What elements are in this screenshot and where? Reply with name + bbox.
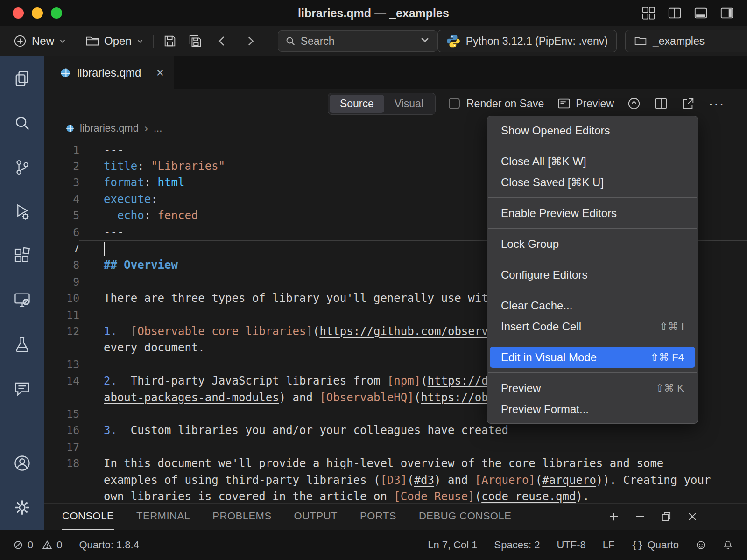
split-editor-icon[interactable] bbox=[654, 97, 668, 111]
menu-item[interactable]: Configure Editors bbox=[490, 264, 695, 285]
menu-separator bbox=[488, 197, 697, 198]
chat-icon bbox=[14, 380, 31, 398]
app-window: libraries.qmd — _examples New Open bbox=[0, 0, 747, 560]
workspace-label: _examples bbox=[653, 35, 705, 48]
line-number: 13 bbox=[44, 358, 79, 371]
restore-icon[interactable] bbox=[660, 511, 672, 523]
status-eol[interactable]: LF bbox=[603, 539, 615, 551]
new-button[interactable]: New bbox=[13, 34, 66, 48]
status-language-mode[interactable]: {} Quarto bbox=[631, 539, 679, 551]
activitybar-item-accounts[interactable] bbox=[0, 441, 44, 485]
add-icon[interactable] bbox=[608, 511, 620, 523]
activitybar-item-chat[interactable] bbox=[0, 367, 44, 411]
render-on-save-label: Render on Save bbox=[466, 98, 544, 110]
editor-actions-menu: Show Opened EditorsClose All [⌘K W]Close… bbox=[487, 116, 698, 424]
code-line[interactable]: own libraries is covered in the article … bbox=[44, 488, 747, 503]
zoom-window-button[interactable] bbox=[51, 7, 62, 19]
source-control-icon bbox=[14, 159, 31, 176]
status-bar: 0 0 Quarto: 1.8.4 Ln 7, Col 1 Spaces: 2 … bbox=[0, 530, 747, 560]
settings-gear-icon bbox=[14, 499, 31, 516]
menu-item[interactable]: Close All [⌘K W] bbox=[490, 151, 695, 172]
split-columns-icon[interactable] bbox=[668, 6, 682, 20]
status-encoding[interactable]: UTF-8 bbox=[557, 539, 585, 551]
tab-close-icon[interactable]: × bbox=[156, 66, 164, 79]
line-number: 10 bbox=[44, 292, 79, 304]
visual-mode-button[interactable]: Visual bbox=[384, 95, 434, 113]
notifications-bell-icon[interactable] bbox=[723, 540, 733, 550]
code-line[interactable]: examples of using third-party libraries … bbox=[44, 472, 747, 488]
panel-bottom-icon[interactable] bbox=[694, 6, 708, 20]
status-indent[interactable]: Spaces: 2 bbox=[494, 539, 540, 551]
save-button[interactable] bbox=[163, 34, 177, 48]
panel-tab-debug-console[interactable]: DEBUG CONSOLE bbox=[419, 504, 511, 530]
menu-item[interactable]: Preview Format... bbox=[490, 399, 695, 420]
menu-item[interactable]: Edit in Visual Mode⇧⌘ F4 bbox=[490, 347, 695, 368]
status-quarto-version[interactable]: Quarto: 1.8.4 bbox=[79, 539, 139, 551]
status-line-col[interactable]: Ln 7, Col 1 bbox=[428, 539, 477, 551]
activitybar-item-search[interactable] bbox=[0, 101, 44, 145]
breadcrumb-more[interactable]: ... bbox=[154, 122, 162, 134]
back-icon[interactable] bbox=[216, 35, 228, 47]
activitybar-item-explorer[interactable] bbox=[0, 56, 44, 101]
error-count: 0 bbox=[28, 539, 33, 551]
editor-tab-bar: libraries.qmd × bbox=[44, 56, 747, 89]
minimize-icon[interactable] bbox=[634, 511, 646, 523]
line-number: 3 bbox=[44, 176, 79, 189]
line-number: 17 bbox=[44, 441, 79, 453]
line-number: 4 bbox=[44, 193, 79, 205]
close-icon[interactable] bbox=[686, 511, 698, 523]
feedback-smiley-icon[interactable] bbox=[696, 540, 706, 550]
menu-item[interactable]: Show Opened Editors bbox=[490, 120, 695, 141]
menu-item[interactable]: Enable Preview Editors bbox=[490, 203, 695, 224]
preview-button-label: Preview bbox=[576, 98, 614, 110]
render-on-save-checkbox[interactable] bbox=[449, 98, 460, 109]
code-line[interactable]: 17 bbox=[44, 439, 747, 455]
activitybar-item-source-control[interactable] bbox=[0, 145, 44, 189]
menu-item[interactable]: Insert Code Cell⇧⌘ I bbox=[490, 316, 695, 337]
activitybar-item-settings[interactable] bbox=[0, 485, 44, 530]
breadcrumb-file[interactable]: libraries.qmd bbox=[80, 122, 139, 134]
panel-tab-problems[interactable]: PROBLEMS bbox=[212, 504, 271, 530]
explorer-icon bbox=[14, 70, 31, 87]
close-window-button[interactable] bbox=[13, 7, 24, 19]
new-button-label: New bbox=[32, 35, 54, 48]
activitybar-item-sessions[interactable] bbox=[0, 278, 44, 322]
publish-icon[interactable] bbox=[627, 97, 641, 111]
code-line[interactable]: 163. Custom libraries you and/or your co… bbox=[44, 422, 747, 439]
activitybar-item-extensions[interactable] bbox=[0, 234, 44, 278]
activitybar-item-run-debug[interactable] bbox=[0, 189, 44, 234]
search-icon bbox=[14, 114, 31, 132]
line-number: 14 bbox=[44, 375, 79, 387]
workspace-selector[interactable]: _examples bbox=[625, 30, 747, 52]
save-all-icon bbox=[188, 34, 202, 48]
problems-status[interactable]: 0 0 bbox=[13, 539, 63, 551]
customize-layout-icon[interactable] bbox=[641, 6, 655, 20]
account-icon bbox=[14, 455, 31, 472]
panel-tab-output[interactable]: OUTPUT bbox=[294, 504, 338, 530]
menu-item[interactable]: Clear Cache... bbox=[490, 295, 695, 316]
source-mode-button[interactable]: Source bbox=[330, 95, 384, 113]
menu-separator bbox=[488, 342, 697, 342]
panel-tab-terminal[interactable]: TERMINAL bbox=[136, 504, 190, 530]
search-input[interactable]: Search bbox=[278, 30, 437, 52]
forward-icon[interactable] bbox=[244, 35, 256, 47]
open-in-new-window-icon[interactable] bbox=[681, 97, 695, 111]
panel-tab-console[interactable]: CONSOLE bbox=[62, 504, 114, 530]
menu-item[interactable]: Close Saved [⌘K U] bbox=[490, 172, 695, 193]
panel-tab-ports[interactable]: PORTS bbox=[360, 504, 396, 530]
braces-icon: {} bbox=[631, 539, 643, 551]
tab-libraries-qmd[interactable]: libraries.qmd × bbox=[44, 56, 174, 89]
menu-item[interactable]: Lock Group bbox=[490, 233, 695, 254]
activitybar-item-testing[interactable] bbox=[0, 322, 44, 367]
save-all-button[interactable] bbox=[188, 34, 202, 48]
code-line[interactable]: 18In this document we'll provide a high-… bbox=[44, 455, 747, 471]
panel-tabs: CONSOLETERMINALPROBLEMSOUTPUTPORTSDEBUG … bbox=[62, 504, 511, 530]
minimize-window-button[interactable] bbox=[32, 7, 43, 19]
panel-right-icon[interactable] bbox=[720, 6, 734, 20]
open-button[interactable]: Open bbox=[85, 34, 144, 48]
save-icon bbox=[163, 34, 177, 48]
main-toolbar: New Open Search bbox=[0, 26, 747, 56]
preview-button[interactable]: Preview bbox=[557, 97, 614, 111]
interpreter-selector[interactable]: Python 3.12.1 (PipEnv: .venv) bbox=[437, 30, 617, 52]
menu-item[interactable]: Preview⇧⌘ K bbox=[490, 378, 695, 399]
